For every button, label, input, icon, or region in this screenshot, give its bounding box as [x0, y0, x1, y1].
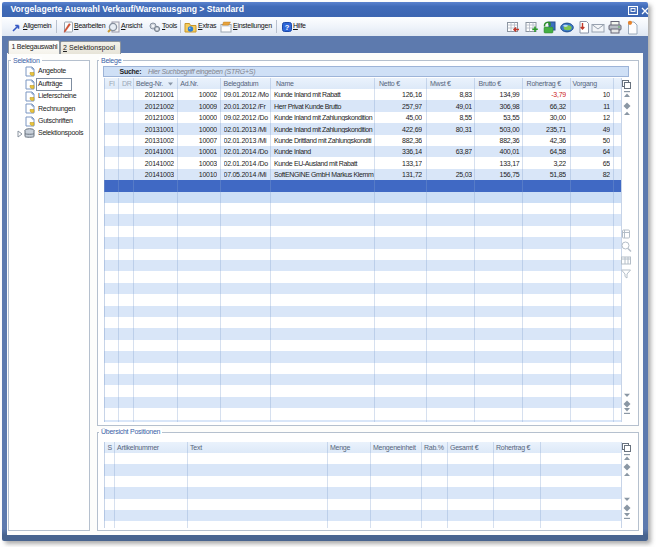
svg-text:?: ? [284, 23, 289, 32]
